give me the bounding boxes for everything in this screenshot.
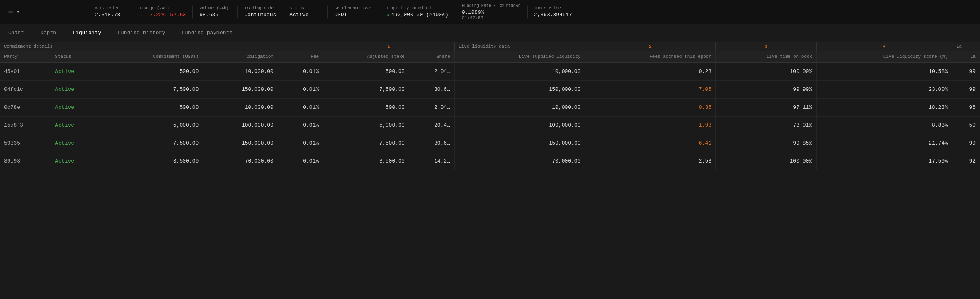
cell-3-6: 20.4… [409, 117, 454, 134]
header-stat-4: StatusActive [283, 6, 327, 18]
tab-funding-payments[interactable]: Funding payments [173, 24, 241, 42]
header-stat-3: Trading modeContinuous [237, 6, 283, 18]
cell-2-5: 500.00 [323, 99, 409, 117]
cell-2-0: 0c78e [0, 99, 51, 117]
cell-3-8: 1.93 [585, 117, 716, 134]
header-stat-label-5: Settlement asset [334, 6, 373, 11]
header-stat-label-1: Change (24h) [140, 6, 186, 11]
col-header-6: Share [409, 51, 454, 63]
cell-1-1: Active [51, 81, 102, 99]
cell-4-6: 30.6… [409, 134, 454, 152]
table-row[interactable]: 45e01Active500.0010,000.000.01%500.002.0… [0, 63, 980, 81]
col-group-6: La [952, 42, 980, 51]
cell-2-6: 2.04… [409, 99, 454, 117]
cell-5-10: 17.59% [817, 152, 952, 170]
cell-4-1: Active [51, 134, 102, 152]
cell-2-8: 0.35 [585, 99, 716, 117]
cell-3-1: Active [51, 117, 102, 134]
cell-0-2: 500.00 [102, 63, 203, 81]
tab-depth[interactable]: Depth [32, 24, 64, 42]
header-stat-2: Volume (24h)98.635 [192, 6, 237, 18]
table-row[interactable]: 15a8f3Active5,000.00100,000.000.01%5,000… [0, 117, 980, 134]
table-wrapper: Commitment details1Live liquidity data23… [0, 42, 980, 170]
col-group-0: Commitment details [0, 42, 323, 51]
cell-3-7: 100,000.00 [454, 117, 585, 134]
col-header-5: Adjusted stake [323, 51, 409, 63]
header-stat-6: Liquidity supplied490,000.00 (>100%) [380, 6, 455, 18]
cell-3-11: 50 [952, 117, 980, 134]
header-stats: Mark Price2,318.78Change (24h)↓ -2.22%-5… [88, 4, 975, 20]
cell-0-9: 100.00% [716, 63, 817, 81]
cell-1-4: 0.01% [278, 81, 323, 99]
cell-3-2: 5,000.00 [102, 117, 203, 134]
cell-5-8: 2.53 [585, 152, 716, 170]
liquidity-table: Commitment details1Live liquidity data23… [0, 42, 980, 170]
header-stat-value-3: Continuous [244, 12, 276, 18]
cell-5-3: 70,000.00 [203, 152, 278, 170]
col-header-0: Party [0, 51, 51, 63]
col-header-4: Fee [278, 51, 323, 63]
tab-chart[interactable]: Chart [0, 24, 32, 42]
header-stat-label-8: Index Price [534, 6, 572, 11]
cell-3-10: 8.83% [817, 117, 952, 134]
cell-4-8: 6.41 [585, 134, 716, 152]
cell-5-5: 3,500.00 [323, 152, 409, 170]
header-stat-label-4: Status [289, 6, 321, 11]
cell-4-2: 7,500.00 [102, 134, 203, 152]
cell-0-11: 99 [952, 63, 980, 81]
header-stat-1: Change (24h)↓ -2.22%-52.63 [133, 6, 192, 18]
cell-0-7: 10,000.00 [454, 63, 585, 81]
cell-2-7: 10,000.00 [454, 99, 585, 117]
cell-1-0: 04fc1c [0, 81, 51, 99]
tab-funding-history[interactable]: Funding history [109, 24, 173, 42]
table-row[interactable]: 89c98Active3,500.0070,000.000.01%3,500.0… [0, 152, 980, 170]
top-bar: ▾ Mark Price2,318.78Change (24h)↓ -2.22%… [0, 0, 980, 24]
cell-0-0: 45e01 [0, 63, 51, 81]
header-stat-label-3: Trading mode [244, 6, 276, 11]
header-stat-value-4: Active [289, 12, 321, 18]
table-row[interactable]: 59335Active7,500.00150,000.000.01%7,500.… [0, 134, 980, 152]
cell-5-9: 100.00% [716, 152, 817, 170]
cell-1-11: 99 [952, 81, 980, 99]
cell-5-1: Active [51, 152, 102, 170]
col-header-8: Fees accrued this epoch [585, 51, 716, 63]
cell-0-1: Active [51, 63, 102, 81]
table-row[interactable]: 04fc1cActive7,500.00150,000.000.01%7,500… [0, 81, 980, 99]
header-stat-value-1: ↓ -2.22%-52.63 [140, 12, 186, 18]
table-section: Commitment details1Live liquidity data23… [0, 42, 980, 170]
header-stat-5: Settlement assetUSDT [327, 6, 380, 18]
col-group-1: 1 [323, 42, 455, 51]
col-group-5: 4 [817, 42, 952, 51]
col-group-4: 3 [716, 42, 817, 51]
chevron-down-icon[interactable]: ▾ [16, 9, 20, 15]
cell-2-4: 0.01% [278, 99, 323, 117]
cell-5-6: 14.2… [409, 152, 454, 170]
col-header-7: Live supplied liquidity [454, 51, 585, 63]
tab-bar: ChartDepthLiquidityFunding historyFundin… [0, 24, 980, 42]
header-stat-value-7: 0.1089%01:42:53 [462, 9, 521, 20]
cell-1-5: 7,500.00 [323, 81, 409, 99]
cell-4-11: 99 [952, 134, 980, 152]
cell-0-4: 0.01% [278, 63, 323, 81]
cell-3-0: 15a8f3 [0, 117, 51, 134]
cell-2-1: Active [51, 99, 102, 117]
col-header-3: Obligation [203, 51, 278, 63]
change-abs: -52.63 [167, 12, 186, 18]
col-group-3: 2 [585, 42, 716, 51]
cell-2-10: 18.23% [817, 99, 952, 117]
col-header-9: Live time on book [716, 51, 817, 63]
cell-3-5: 5,000.00 [323, 117, 409, 134]
cell-2-3: 10,000.00 [203, 99, 278, 117]
tab-liquidity[interactable]: Liquidity [64, 24, 109, 42]
header-stat-8: Index Price2,363.394517 [527, 6, 579, 18]
col-header-11: La [952, 51, 980, 63]
cell-4-5: 7,500.00 [323, 134, 409, 152]
header-stat-7: Funding Rate / Countdown0.1089%01:42:53 [455, 4, 527, 20]
cell-5-4: 0.01% [278, 152, 323, 170]
header-stat-label-7: Funding Rate / Countdown [462, 4, 521, 8]
cell-5-2: 3,500.00 [102, 152, 203, 170]
col-header-2: Commitment (USDT) [102, 51, 203, 63]
cell-0-10: 10.58% [817, 63, 952, 81]
table-row[interactable]: 0c78eActive500.0010,000.000.01%500.002.0… [0, 99, 980, 117]
cell-0-8: 0.23 [585, 63, 716, 81]
